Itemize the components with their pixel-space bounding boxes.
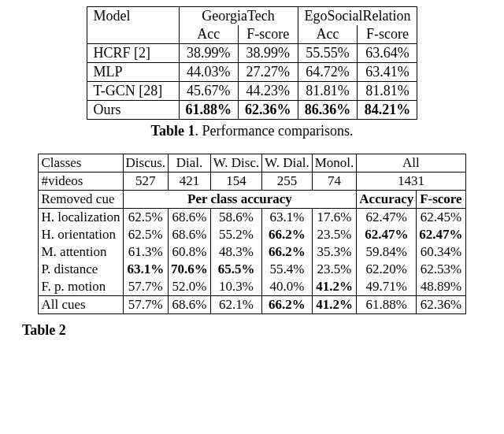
cell-value: 60.8%: [169, 243, 211, 261]
cell-fscore: 62.45%: [417, 209, 465, 227]
cell-value: 63.41%: [358, 63, 417, 82]
cell-value: 81.81%: [358, 82, 417, 101]
table-row: T-GCN [28] 45.67% 44.23% 81.81% 81.81%: [87, 82, 417, 101]
cell-value: 65.5%: [210, 261, 261, 278]
cell-value: 44.23%: [239, 82, 298, 101]
table-row: P. distance63.1%70.6%65.5%55.4%23.5%62.2…: [39, 261, 465, 278]
removed-cue-name: H. localization: [39, 209, 123, 227]
cell-value: 58.6%: [210, 209, 261, 227]
table-row: MLP 44.03% 27.27% 64.72% 63.41%: [87, 63, 417, 82]
cell-value: 63.64%: [358, 44, 417, 63]
cell-accuracy: 62.47%: [357, 226, 417, 243]
removed-cue-name: M. attention: [39, 243, 123, 261]
table-row: M. attention61.3%60.8%48.3%66.2%35.3%59.…: [39, 243, 465, 261]
header-f-1: F-score: [239, 25, 298, 44]
cell-value: 68.6%: [169, 209, 211, 227]
table-2-classes-row: Classes Discus. Dial. W. Disc. W. Dial. …: [39, 154, 465, 172]
cell-value: 55.55%: [298, 44, 358, 63]
cell-value: 23.5%: [312, 226, 357, 243]
cell-value: 66.2%: [262, 226, 313, 243]
cell-value: 44.03%: [179, 63, 239, 82]
videos-count: 1431: [357, 172, 465, 191]
header-model: Model: [87, 7, 179, 44]
videos-count: 421: [169, 172, 211, 191]
videos-count: 74: [312, 172, 357, 191]
cell-fscore: 62.36%: [417, 296, 465, 314]
table-1-caption: Table 1. Performance comparisons.: [151, 123, 354, 139]
cell-value: 84.21%: [358, 101, 417, 120]
cell-value: 55.2%: [210, 226, 261, 243]
table-2-videos-row: #videos 527 421 154 255 74 1431: [39, 172, 465, 191]
cell-value: 41.2%: [312, 296, 357, 314]
header-f-2: F-score: [358, 25, 417, 44]
removed-cue-label: Removed cue: [39, 191, 123, 209]
header-egosocial: EgoSocialRelation: [298, 7, 417, 26]
videos-count: 255: [262, 172, 313, 191]
cell-fscore: 62.53%: [417, 261, 465, 278]
cell-value: 63.1%: [123, 261, 169, 278]
cell-value: 68.6%: [169, 226, 211, 243]
header-acc-1: Acc: [179, 25, 239, 44]
cell-value: 17.6%: [312, 209, 357, 227]
removed-cue-name: H. orientation: [39, 226, 123, 243]
table-row: H. localization62.5%68.6%58.6%63.1%17.6%…: [39, 209, 465, 227]
cell-value: 35.3%: [312, 243, 357, 261]
cell-accuracy: 62.47%: [357, 209, 417, 227]
cell-value: 62.1%: [210, 296, 261, 314]
removed-cue-name: F. p. motion: [39, 278, 123, 296]
cell-value: 81.81%: [298, 82, 358, 101]
cell-value: 27.27%: [239, 63, 298, 82]
table-2: Classes Discus. Dial. W. Disc. W. Dial. …: [38, 154, 465, 314]
cell-value: 62.36%: [239, 101, 298, 120]
class-name: Dial.: [169, 154, 211, 172]
cell-value: 41.2%: [312, 278, 357, 296]
class-name: W. Disc.: [210, 154, 261, 172]
table-2-section-header-row: Removed cue Per class accuracy Accuracy …: [39, 191, 465, 209]
table-2-caption-cut: Table 2: [6, 322, 498, 339]
table-2-body: H. localization62.5%68.6%58.6%63.1%17.6%…: [39, 209, 465, 296]
cell-value: 62.5%: [123, 226, 169, 243]
cell-value: 10.3%: [210, 278, 261, 296]
cell-accuracy: 49.71%: [357, 278, 417, 296]
header-georgiatech: GeorgiaTech: [179, 7, 298, 26]
cell-value: 57.7%: [123, 296, 169, 314]
cell-value: 70.6%: [169, 261, 211, 278]
cell-fscore: 62.47%: [417, 226, 465, 243]
cell-value: 55.4%: [262, 261, 313, 278]
videos-label: #videos: [39, 172, 123, 191]
cell-accuracy: 62.20%: [357, 261, 417, 278]
cell-value: 38.99%: [239, 44, 298, 63]
table-row: F. p. motion57.7%52.0%10.3%40.0%41.2%49.…: [39, 278, 465, 296]
table-1: Model GeorgiaTech EgoSocialRelation Acc …: [87, 6, 418, 120]
table-1-wrap: Model GeorgiaTech EgoSocialRelation Acc …: [6, 6, 498, 139]
caption-text: . Performance comparisons.: [195, 123, 353, 139]
videos-count: 527: [123, 172, 169, 191]
cell-value: 63.1%: [262, 209, 313, 227]
table-2-allcues-row: All cues57.7%68.6%62.1%66.2%41.2%61.88%6…: [39, 296, 465, 314]
cell-accuracy: 61.88%: [357, 296, 417, 314]
cell-value: 40.0%: [262, 278, 313, 296]
cell-model: HCRF [2]: [87, 44, 179, 63]
cell-value: 61.88%: [179, 101, 239, 120]
table-row: Ours 61.88% 62.36% 86.36% 84.21%: [87, 101, 417, 120]
class-name: W. Dial.: [262, 154, 313, 172]
table-2-wrap: Classes Discus. Dial. W. Disc. W. Dial. …: [6, 154, 498, 314]
cell-value: 62.5%: [123, 209, 169, 227]
header-acc-2: Acc: [298, 25, 358, 44]
table-row: H. orientation62.5%68.6%55.2%66.2%23.5%6…: [39, 226, 465, 243]
caption-prefix: Table 1: [151, 123, 195, 139]
cell-value: 48.3%: [210, 243, 261, 261]
cell-value: 57.7%: [123, 278, 169, 296]
accuracy-header: Accuracy: [357, 191, 417, 209]
fscore-header: F-score: [417, 191, 465, 209]
cell-value: 45.67%: [179, 82, 239, 101]
classes-label: Classes: [39, 154, 123, 172]
cell-fscore: 48.89%: [417, 278, 465, 296]
videos-count: 154: [210, 172, 261, 191]
removed-cue-name: P. distance: [39, 261, 123, 278]
cell-model: MLP: [87, 63, 179, 82]
per-class-header: Per class accuracy: [123, 191, 357, 209]
cell-value: 68.6%: [169, 296, 211, 314]
table-1-header-row-1: Model GeorgiaTech EgoSocialRelation: [87, 7, 417, 26]
cell-accuracy: 59.84%: [357, 243, 417, 261]
